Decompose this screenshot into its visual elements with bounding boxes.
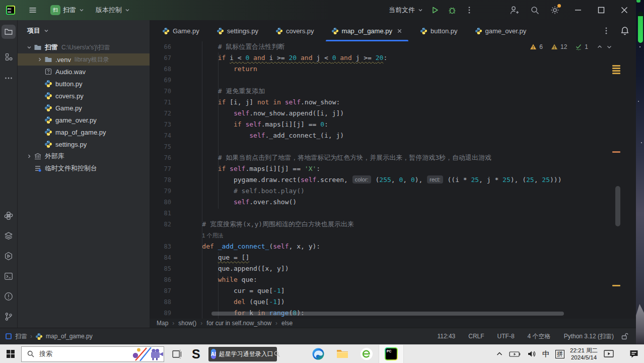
ime-language-indicator[interactable]: 中 — [542, 349, 550, 359]
scrollbar-warning-mark[interactable] — [612, 151, 620, 154]
python-console-tool-button[interactable] — [2, 249, 16, 263]
horizontal-scrollbar[interactable] — [211, 312, 564, 316]
close-button[interactable] — [613, 0, 636, 20]
search-everywhere-icon[interactable] — [526, 3, 543, 18]
scrollbar-warning-mark[interactable] — [612, 285, 620, 287]
version-control-tool-button[interactable] — [2, 310, 16, 324]
previous-problem-icon[interactable] — [596, 43, 603, 50]
file-explorer-icon — [336, 347, 349, 360]
pycharm-taskbar-button[interactable]: PC — [379, 345, 404, 363]
line-number: 68 — [150, 64, 171, 75]
weak-warning-icon — [551, 43, 558, 50]
project-tree-item-covers.py[interactable]: covers.py — [18, 90, 150, 102]
status-item[interactable]: Python 3.12 (扫雷) — [564, 332, 614, 341]
code-editor[interactable]: 66 # 鼠标位置合法性判断67 if i < 0 and i >= 20 an… — [150, 41, 636, 319]
run-config-selector[interactable]: 当前文件 — [386, 4, 426, 17]
project-widget[interactable]: 扫 扫雷 — [47, 3, 88, 17]
write-access-icon[interactable] — [621, 332, 629, 340]
line-number: 79 — [150, 186, 171, 197]
maximize-button[interactable] — [590, 0, 613, 20]
tab-close-icon[interactable] — [396, 28, 403, 34]
project-tree-item-button.py[interactable]: button.py — [18, 78, 150, 90]
explorer-taskbar-button[interactable] — [330, 345, 354, 363]
tab-label: Game.py — [173, 27, 199, 35]
hidden-icons-chevron[interactable] — [495, 350, 504, 358]
scrollbar-warning-cluster[interactable] — [612, 65, 620, 75]
structure-tool-button[interactable] — [2, 50, 16, 64]
line-number: 82 — [150, 219, 171, 230]
next-problem-icon[interactable] — [606, 43, 613, 50]
news-search-widget[interactable]: AI 超星学习通登录入口 — [208, 347, 277, 361]
breadcrumb-item[interactable]: for cur in self.now_show — [206, 320, 271, 327]
status-item[interactable]: UTF-8 — [497, 333, 515, 340]
breadcrumb: Map›show()›for cur in self.now_show›else — [157, 320, 293, 327]
editor-tab-settings.py[interactable]: settings.py — [208, 20, 267, 41]
code-text: def _add_connect_(self, x, y): — [186, 241, 320, 252]
python-icon — [44, 104, 52, 112]
services-tool-button[interactable] — [2, 229, 16, 243]
project-tree-item-map_of_game.py[interactable]: map_of_game.py — [18, 126, 150, 138]
settings-button[interactable] — [546, 3, 563, 18]
taskbar-search-box[interactable]: 搜索 — [21, 346, 164, 362]
edge-taskbar-button[interactable] — [306, 345, 330, 363]
main-menu-icon[interactable] — [24, 3, 41, 18]
notifications-bell-icon[interactable] — [620, 26, 630, 36]
editor-tab-covers.py[interactable]: covers.py — [267, 20, 323, 41]
browser360-taskbar-button[interactable] — [354, 345, 379, 363]
breadcrumb-item[interactable]: show() — [178, 320, 196, 327]
breadcrumb-item[interactable]: Map — [157, 320, 168, 327]
project-tree-item-临时文件和控制台[interactable]: 临时文件和控制台 — [18, 162, 150, 174]
status-item[interactable]: 4 个空格 — [528, 332, 551, 341]
python-packages-tool-button[interactable] — [2, 209, 16, 223]
project-tree-item-扫雷[interactable]: 扫雷C:\Users\x's'j\扫雷 — [18, 41, 150, 53]
code-line-row: 68 return — [150, 64, 636, 75]
status-item[interactable]: 112:43 — [437, 333, 455, 340]
editor-tab-game_over.py[interactable]: game_over.py — [466, 20, 535, 41]
clock[interactable]: 22:21 周二 2024/5/14 — [570, 347, 598, 361]
chevron-down-icon[interactable] — [25, 44, 34, 50]
more-tool-windows-icon[interactable] — [2, 71, 16, 85]
project-tree-item-Audio.wav[interactable]: Audio.wav — [18, 66, 150, 78]
project-tree-item-settings.py[interactable]: settings.py — [18, 138, 150, 150]
start-button[interactable] — [0, 345, 21, 363]
code-line-row: 81 — [150, 208, 636, 219]
breadcrumb-separator: › — [275, 320, 277, 327]
tab-options-icon[interactable] — [602, 26, 611, 35]
line-number: 81 — [150, 208, 171, 219]
minimize-button[interactable] — [566, 0, 590, 20]
desktop-wallpaper-strip — [636, 0, 644, 344]
chevron-right-icon[interactable] — [35, 56, 44, 63]
battery-icon[interactable] — [509, 350, 521, 358]
editor-tab-button.py[interactable]: button.py — [411, 20, 466, 41]
media-window-icon[interactable] — [603, 349, 614, 359]
editor-tab-Game.py[interactable]: Game.py — [154, 20, 208, 41]
editor-tab-map_of_game.py[interactable]: map_of_game.py — [323, 20, 411, 41]
debug-button[interactable] — [444, 3, 461, 18]
notification-center-icon[interactable] — [629, 349, 639, 359]
search-highlight-doodle[interactable] — [131, 347, 164, 361]
more-actions-icon[interactable] — [461, 3, 478, 18]
ime-mode-indicator[interactable]: 拼 — [555, 350, 564, 358]
project-tree-item-game_over.py[interactable]: game_over.py — [18, 114, 150, 126]
volume-icon[interactable] — [527, 349, 537, 359]
tree-item-label: map_of_game.py — [55, 129, 106, 136]
status-item[interactable]: CRLF — [468, 333, 484, 340]
project-tree-item-.venv[interactable]: .venvlibrary根目录 — [18, 53, 150, 66]
chevron-right-icon[interactable] — [25, 153, 34, 159]
vcs-widget[interactable]: 版本控制 — [93, 4, 133, 17]
project-panel-header[interactable]: 项目 — [18, 20, 150, 41]
status-project-name[interactable]: 扫雷 — [15, 332, 27, 341]
run-button[interactable] — [426, 3, 444, 18]
terminal-tool-button[interactable] — [2, 269, 16, 283]
project-tool-button[interactable] — [2, 25, 16, 39]
status-file-name[interactable]: map_of_game.py — [46, 333, 93, 340]
breadcrumb-item[interactable]: else — [281, 320, 293, 327]
code-with-me-icon[interactable] — [506, 3, 523, 18]
project-tree-item-外部库[interactable]: 外部库 — [18, 150, 150, 162]
inspections-widget[interactable]: 6 12 1 — [530, 43, 613, 50]
vertical-scrollbar[interactable] — [615, 186, 620, 226]
task-view-button[interactable] — [171, 345, 183, 363]
project-tree-item-Game.py[interactable]: Game.py — [18, 102, 150, 114]
s-app-logo[interactable]: S — [192, 348, 200, 360]
problems-tool-button[interactable] — [2, 289, 16, 304]
